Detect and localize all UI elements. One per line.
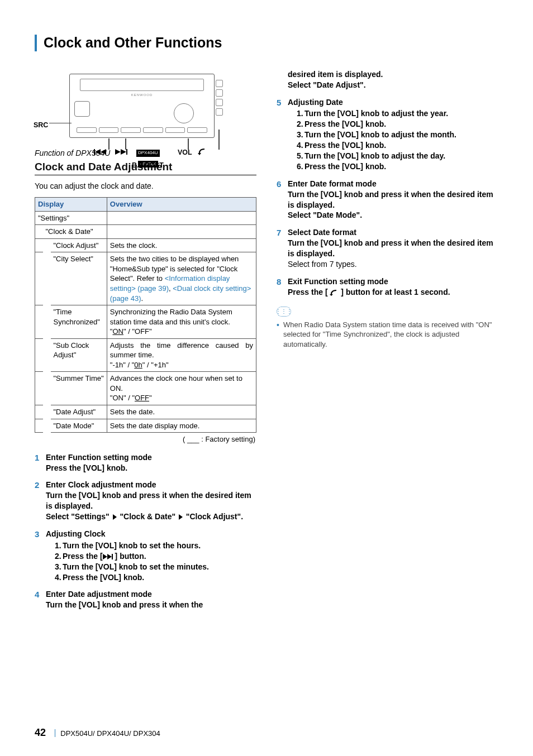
dpx-tag-1: DPX404U (136, 150, 160, 157)
section-rule (35, 175, 256, 175)
step-item: Exit Function setting mode Press the [ ]… (277, 276, 498, 298)
brand-label: KENWOOD (131, 93, 153, 97)
section-lead: You can adjust the clock and date. (35, 181, 256, 192)
col-display: Display (35, 198, 107, 212)
sub-step: 6.Press the [VOL] knob. (288, 161, 498, 172)
page-title: Clock and Other Functions (44, 34, 222, 52)
notes-list: When Radio Data System station time data… (277, 320, 498, 350)
step-item: Select Date format Turn the [VOL] knob a… (277, 227, 498, 270)
left-column: SRC KENWOOD DPX (35, 69, 256, 617)
return-icon (330, 289, 339, 296)
svg-marker-8 (107, 554, 112, 559)
cell-overview: Sets the date display mode. (107, 419, 256, 433)
side-buttons-icon (216, 80, 223, 116)
step-body: desired item is displayed. (288, 69, 498, 80)
step-body: Turn the [VOL] knob and press it when th… (46, 490, 256, 511)
step-body: Select "Date Mode". (288, 210, 498, 221)
next-track-icon (103, 554, 115, 559)
transport-icons (94, 148, 131, 157)
sub-steps: 1.Turn the [VOL] knob to adjust the year… (288, 108, 498, 171)
sub-step: 3.Turn the [VOL] knob to adjust the mont… (288, 130, 498, 140)
cell-display: "Summer Time" (51, 372, 107, 405)
bboost-label: B.BOOST (132, 161, 164, 170)
table-row: "Time Synchronized" Synchronizing the Ra… (35, 305, 256, 339)
svg-marker-1 (95, 149, 101, 155)
sub-step: 2.Press the [VOL] knob. (288, 119, 498, 130)
step-title: Enter Function setting mode (46, 452, 256, 463)
settings-table: Display Overview "Settings" "Clock & Dat… (35, 197, 256, 433)
table-header-row: Display Overview (35, 198, 256, 212)
step-body: Turn the [VOL] knob and press it when th… (288, 189, 498, 210)
cell-overview: Synchronizing the Radio Data System stat… (107, 305, 256, 339)
step-item: Adjusting Clock 1.Turn the [VOL] knob to… (35, 529, 256, 582)
cell-overview: Sets the clock. (107, 238, 256, 252)
svg-marker-10 (330, 294, 333, 296)
title-accent-bar (35, 35, 37, 51)
cell-display: "Time Synchronized" (51, 305, 107, 339)
cell-display: "Settings" (35, 211, 107, 225)
col-overview: Overview (107, 198, 256, 212)
page-footer: 42 DPX504U/ DPX404U/ DPX304 (35, 726, 160, 739)
table-row: "Clock & Date" (35, 225, 256, 239)
sub-step: 3.Turn the [VOL] knob to set the minutes… (46, 562, 256, 572)
step-item: Enter Date format mode Turn the [VOL] kn… (277, 179, 498, 221)
return-icon (198, 147, 207, 158)
step-item: Enter Date adjustment mode Turn the [VOL… (35, 589, 256, 610)
footer-models: DPX504U/ DPX404U/ DPX304 (60, 729, 160, 738)
table-row: "City Select" Sets the two cities to be … (35, 252, 256, 305)
cell-overview: Advances the clock one hour when set to … (107, 372, 256, 405)
footer-divider (55, 729, 55, 737)
svg-rect-0 (94, 149, 95, 155)
right-column: desired item is displayed. Select "Date … (277, 69, 498, 617)
sub-step: 2.Press the [] button. (46, 551, 256, 562)
cell-display: "Date Adjust" (51, 405, 107, 419)
prev-track-icon (94, 149, 110, 155)
step-item: Adjusting Date 1.Turn the [VOL] knob to … (277, 97, 498, 172)
vol-label: VOL (178, 148, 192, 157)
step-title: Enter Date adjustment mode (46, 589, 256, 600)
steps-list-right: Adjusting Date 1.Turn the [VOL] knob to … (277, 97, 498, 298)
note-icon: ⋮⋮⋮ (277, 307, 291, 317)
next-track-icon (115, 149, 131, 155)
step-body: Turn the [VOL] knob and press it when th… (288, 238, 498, 259)
step-title: Adjusting Date (288, 97, 498, 108)
button-row-icon (77, 127, 207, 133)
sub-step: 4.Press the [VOL] knob. (288, 140, 498, 151)
chevron-right-icon (179, 514, 183, 520)
step-title: Adjusting Clock (46, 529, 256, 539)
sub-step: 4.Press the [VOL] knob. (46, 572, 256, 583)
cell-display: "Clock Adjust" (51, 238, 107, 252)
knob-right-icon (174, 103, 194, 123)
knob-left-icon (74, 101, 90, 117)
svg-rect-5 (126, 149, 127, 155)
step-item: Enter Clock adjustment mode Turn the [VO… (35, 480, 256, 522)
table-row: "Date Adjust" Sets the date. (35, 405, 256, 419)
cell-overview (107, 211, 256, 225)
sub-step: 1.Turn the [VOL] knob to set the hours. (46, 540, 256, 551)
cell-display: "Sub Clock Adjust" (51, 338, 107, 372)
steps-list-left: Enter Function setting mode Press the [V… (35, 452, 256, 611)
src-label: SRC (34, 121, 48, 130)
lead-line-icon (218, 130, 220, 150)
step-title: Enter Clock adjustment mode (46, 480, 256, 490)
page-number: 42 (35, 727, 46, 738)
cell-overview: Sets the date. (107, 405, 256, 419)
cell-display: "Clock & Date" (43, 225, 107, 239)
step-continuation: desired item is displayed. Select "Date … (277, 69, 498, 90)
step-title: Exit Function setting mode (288, 276, 498, 287)
cell-display: "Date Mode" (51, 419, 107, 433)
table-row: "Settings" (35, 211, 256, 225)
cell-display: "City Select" (51, 252, 107, 305)
sub-step: 5.Turn the [VOL] knob to adjust the day. (288, 151, 498, 161)
step-title: Enter Date format mode (288, 179, 498, 189)
step-title: Select Date format (288, 227, 498, 238)
svg-rect-9 (112, 554, 113, 559)
table-row: "Summer Time" Advances the clock one hou… (35, 372, 256, 405)
table-row: "Date Mode" Sets the date display mode. (35, 419, 256, 433)
cell-overview (107, 225, 256, 239)
step-item: Enter Function setting mode Press the [V… (35, 452, 256, 473)
step-body: Press the [VOL] knob. (46, 463, 256, 473)
sub-steps: 1.Turn the [VOL] knob to set the hours. … (46, 540, 256, 583)
step-body: Select "Settings" "Clock & Date" "Clock … (46, 511, 256, 522)
svg-marker-7 (103, 554, 107, 559)
